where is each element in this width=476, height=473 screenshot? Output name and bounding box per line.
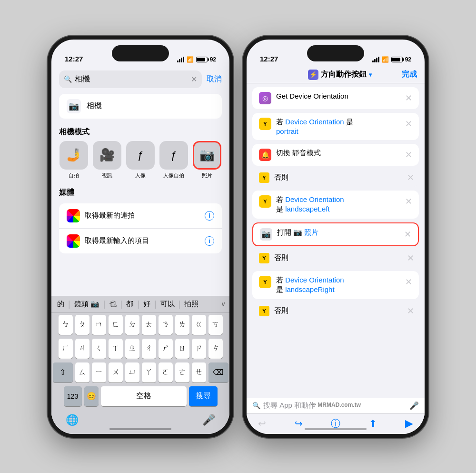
key-shift[interactable]: ⇧ — [53, 362, 73, 382]
else-text-2: 否則 — [274, 253, 288, 262]
key-search[interactable]: 搜尋 — [189, 386, 218, 406]
key-ㄕ[interactable]: ㄕ — [159, 339, 173, 359]
suggestion-2[interactable]: 也 — [108, 299, 119, 310]
card-open-photos: 📷 打開 📷 照片 ✕ — [252, 222, 419, 246]
else-block-1: Y 否則 ✕ — [252, 169, 419, 187]
key-ㄈ[interactable]: ㄈ — [109, 315, 123, 335]
else-icon-2: Y — [259, 253, 269, 263]
search-clear-icon[interactable]: ✕ — [191, 75, 197, 84]
key-ㄛ[interactable]: ㄛ — [159, 362, 173, 382]
card-close-2[interactable]: ✕ — [405, 119, 412, 129]
key-ㄝ[interactable]: ㄝ — [192, 362, 206, 382]
camera-mode-section-label: 相機模式 — [59, 127, 222, 137]
key-ㄘ[interactable]: ㄘ — [208, 339, 223, 359]
key-emoji[interactable]: 😊 — [84, 386, 99, 406]
suggestion-3[interactable]: 都 — [124, 299, 135, 310]
key-ㄅ[interactable]: ㄅ — [59, 315, 73, 335]
suggestion-5[interactable]: 可以 — [159, 299, 177, 310]
key-ㄨ[interactable]: ㄨ — [109, 362, 123, 382]
undo-button[interactable]: ↩ — [258, 418, 266, 429]
photos-icon-inline: 📷 — [293, 228, 302, 236]
card-if-portrait: Y 若 Device Orientation 是 portrait ✕ — [252, 113, 419, 140]
photos-text: 照片 — [304, 228, 318, 236]
bell-icon: 🔔 — [259, 149, 271, 161]
quick-action-portrait-selfie[interactable]: ƒ 人像自拍 — [159, 141, 188, 179]
card-close-6[interactable]: ✕ — [405, 277, 412, 287]
key-ㄗ[interactable]: ㄗ — [192, 339, 206, 359]
key-ㄍ[interactable]: ㄍ — [192, 315, 206, 335]
key-ㄌ[interactable]: ㄌ — [175, 315, 189, 335]
key-ㄋ[interactable]: ㄋ — [159, 315, 173, 335]
search-bar[interactable]: 🔍 相機 ✕ 取消 — [59, 70, 222, 88]
selfie-icon: 🤳 — [60, 141, 88, 170]
else-close-3[interactable]: ✕ — [407, 306, 414, 316]
quick-action-video[interactable]: 🎥 視訊 — [92, 141, 122, 179]
card-close-3[interactable]: ✕ — [405, 150, 412, 160]
key-ㄑ[interactable]: ㄑ — [92, 339, 106, 359]
suggestion-1[interactable]: 鏡頭 📷 — [72, 299, 101, 310]
key-space[interactable]: 空格 — [101, 386, 187, 406]
device-orientation-text-1: Device Orientation — [285, 118, 344, 126]
camera-result-item[interactable]: 📷 相機 — [59, 94, 222, 119]
search-cancel-button[interactable]: 取消 — [207, 74, 222, 84]
else-text-3: 否則 — [274, 306, 288, 315]
play-toolbar-button[interactable]: ▶ — [405, 417, 413, 430]
key-ㄩ[interactable]: ㄩ — [125, 362, 139, 382]
key-ㄐ[interactable]: ㄐ — [75, 339, 89, 359]
key-ㄜ[interactable]: ㄜ — [175, 362, 189, 382]
media-item-1-label: 取得最新的連拍 — [85, 211, 200, 220]
key-ㄔ[interactable]: ㄔ — [142, 339, 156, 359]
device-orientation-text-2: Device Orientation — [285, 195, 344, 203]
wifi-icon-2: 📶 — [382, 56, 389, 63]
card-toggle-silent: 🔔 切換 靜音模式 ✕ — [252, 144, 419, 166]
portrait-icon: ƒ — [126, 141, 155, 170]
info-button-1[interactable]: i — [205, 211, 214, 221]
key-ㄉ[interactable]: ㄉ — [125, 315, 139, 335]
bottom-search-mic-icon[interactable]: 🎤 — [409, 401, 419, 410]
search-input-wrap[interactable]: 🔍 相機 ✕ — [59, 70, 202, 88]
key-ㄇ[interactable]: ㄇ — [92, 315, 106, 335]
quick-action-selfie[interactable]: 🤳 自拍 — [59, 141, 89, 179]
info-button-2[interactable]: i — [205, 236, 214, 246]
key-ㄏ[interactable]: ㄏ — [59, 339, 73, 359]
key-ㄚ[interactable]: ㄚ — [142, 362, 156, 382]
else-block-3: Y 否則 ✕ — [252, 302, 419, 320]
card-close-1[interactable]: ✕ — [405, 93, 412, 103]
media-item-2[interactable]: 取得最新輸入的項目 i — [59, 229, 222, 253]
quick-action-photo[interactable]: 📷 照片 — [192, 141, 222, 179]
nav-done-button[interactable]: 完成 — [402, 70, 417, 80]
share-toolbar-button[interactable]: ⬆ — [369, 418, 377, 429]
device-orientation-text-3: Device Orientation — [285, 276, 344, 284]
key-ㄎ[interactable]: ㄎ — [208, 315, 223, 335]
suggestion-4[interactable]: 好 — [141, 299, 152, 310]
camera-app-icon: 📷 — [67, 99, 81, 113]
suggestion-6[interactable]: 拍照 — [182, 299, 200, 310]
key-ㄙ[interactable]: ㄙ — [75, 362, 89, 382]
suggestion-divider-5: | — [178, 299, 181, 309]
globe-icon[interactable]: 🌐 — [66, 414, 79, 426]
media-item-1[interactable]: 取得最新的連拍 i — [59, 203, 222, 229]
key-ㄒ[interactable]: ㄒ — [109, 339, 123, 359]
key-ㄖ[interactable]: ㄖ — [175, 339, 189, 359]
card-close-5[interactable]: ✕ — [404, 229, 411, 240]
key-ㄓ[interactable]: ㄓ — [125, 339, 139, 359]
key-ㄆ[interactable]: ㄆ — [75, 315, 89, 335]
suggestion-0[interactable]: 的 — [55, 299, 66, 310]
else-close-2[interactable]: ✕ — [407, 253, 414, 263]
card-close-4[interactable]: ✕ — [405, 196, 412, 207]
key-ㄊ[interactable]: ㄊ — [142, 315, 156, 335]
microphone-icon[interactable]: 🎤 — [202, 414, 215, 426]
photos-rainbow-icon-2 — [67, 234, 80, 248]
media-items-section: 取得最新的連拍 i 取得最新輸入的項目 i — [59, 203, 222, 253]
expand-icon[interactable]: ∨ — [221, 300, 226, 308]
search-input[interactable]: 相機 — [75, 74, 188, 84]
redo-button[interactable]: ↪ — [295, 418, 303, 429]
card-if-landscape-left-content: 若 Device Orientation 是 landscapeLeft — [276, 195, 400, 214]
dropdown-arrow-icon[interactable]: ▾ — [369, 71, 372, 78]
key-delete[interactable]: ⌫ — [208, 362, 228, 382]
quick-action-portrait[interactable]: ƒ 人像 — [126, 141, 155, 179]
else-close-1[interactable]: ✕ — [407, 172, 414, 183]
portrait-subtitle: portrait — [276, 127, 400, 135]
key-123[interactable]: 123 — [64, 386, 82, 406]
key-ㄧ[interactable]: ㄧ — [92, 362, 106, 382]
